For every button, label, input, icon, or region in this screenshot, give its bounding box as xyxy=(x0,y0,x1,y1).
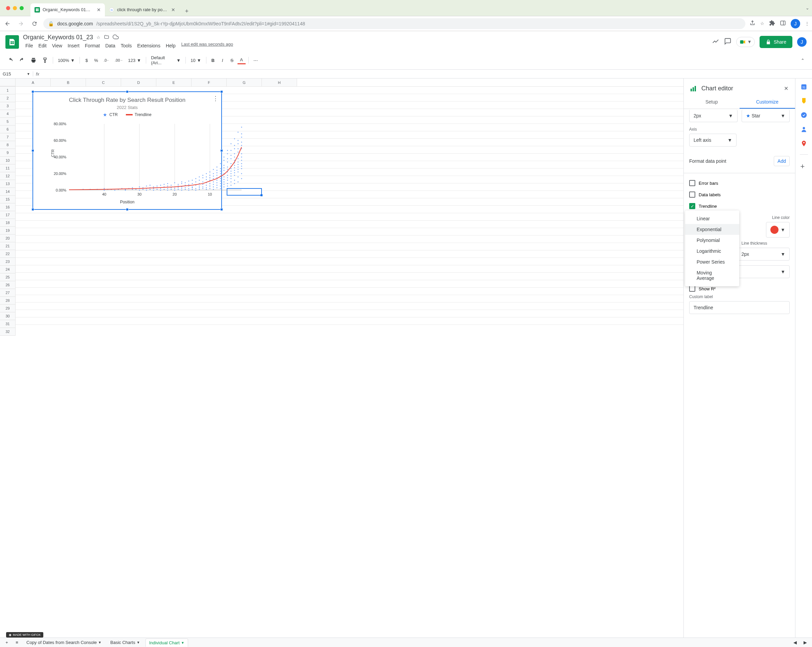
data-labels-checkbox[interactable] xyxy=(689,192,695,198)
currency-button[interactable]: $ xyxy=(82,56,91,64)
resize-handle[interactable] xyxy=(32,208,34,211)
number-format-select[interactable]: 123 ▼ xyxy=(126,56,143,64)
row-header[interactable]: 8 xyxy=(0,141,15,149)
strike-button[interactable]: S xyxy=(228,56,236,64)
back-button[interactable] xyxy=(3,19,12,28)
trendline-option-power-series[interactable]: Power Series xyxy=(685,256,739,267)
row-header[interactable]: 25 xyxy=(0,273,15,281)
resize-handle[interactable] xyxy=(220,90,223,93)
resize-handle[interactable] xyxy=(32,149,34,152)
profile-avatar[interactable]: J xyxy=(791,19,800,28)
chrome-menu-icon[interactable]: ⋮ xyxy=(805,21,809,26)
trendline-option-exponential[interactable]: Exponential xyxy=(685,224,739,235)
row-header[interactable]: 7 xyxy=(0,133,15,141)
sheets-logo-icon[interactable] xyxy=(5,35,19,49)
row-header[interactable]: 29 xyxy=(0,305,15,312)
tab-customize[interactable]: Customize xyxy=(740,96,795,108)
cell-fill-handle[interactable] xyxy=(261,194,263,196)
menu-extensions[interactable]: Extensions xyxy=(135,42,162,50)
row-header[interactable]: 32 xyxy=(0,328,15,336)
tab-setup[interactable]: Setup xyxy=(684,96,740,108)
last-edit-link[interactable]: Last edit was seconds ago xyxy=(182,42,233,50)
star-icon[interactable]: ☆ xyxy=(96,35,101,40)
forward-button[interactable] xyxy=(16,19,26,28)
decrease-decimal-button[interactable]: .0← xyxy=(102,56,111,64)
extensions-icon[interactable] xyxy=(769,20,775,27)
select-all-corner[interactable] xyxy=(0,78,15,86)
add-data-point-button[interactable]: Add xyxy=(774,156,790,166)
cells-area[interactable]: ⋮ Click Through Rate by Search Result Po… xyxy=(15,87,684,336)
row-header[interactable]: 18 xyxy=(0,219,15,227)
col-header[interactable]: F xyxy=(191,78,227,86)
resize-handle[interactable] xyxy=(126,90,128,93)
minimize-window-icon[interactable] xyxy=(13,6,17,10)
row-header[interactable]: 14 xyxy=(0,188,15,195)
row-header[interactable]: 28 xyxy=(0,297,15,305)
percent-button[interactable]: % xyxy=(92,56,100,64)
bold-button[interactable]: B xyxy=(209,56,217,64)
tab-sheets[interactable]: Organic_Keywords 01_23 - Go ✕ xyxy=(31,3,105,16)
print-button[interactable] xyxy=(28,56,38,64)
increase-decimal-button[interactable]: .00→ xyxy=(113,56,125,64)
maximize-window-icon[interactable] xyxy=(20,6,24,10)
col-header[interactable]: C xyxy=(86,78,121,86)
scroll-tabs-left[interactable]: ◀ xyxy=(791,639,799,647)
error-bars-checkbox[interactable] xyxy=(689,180,695,186)
trendline-option-polynomial[interactable]: Polynomial xyxy=(685,235,739,246)
text-color-button[interactable]: A xyxy=(238,56,246,64)
paint-format-button[interactable] xyxy=(40,56,50,64)
menu-format[interactable]: Format xyxy=(82,42,102,50)
menu-tools[interactable]: Tools xyxy=(118,42,134,50)
chart-menu-icon[interactable]: ⋮ xyxy=(212,95,218,102)
maps-icon[interactable] xyxy=(800,140,807,147)
row-header[interactable]: 2 xyxy=(0,95,15,102)
row-header[interactable]: 13 xyxy=(0,180,15,188)
line-thickness-select[interactable]: 2px▼ xyxy=(737,248,790,261)
row-header[interactable]: 22 xyxy=(0,250,15,258)
menu-data[interactable]: Data xyxy=(103,42,118,50)
row-header[interactable]: 31 xyxy=(0,320,15,328)
row-header[interactable]: 3 xyxy=(0,102,15,110)
row-header[interactable]: 10 xyxy=(0,157,15,165)
document-name[interactable]: Organic_Keywords 01_23 xyxy=(23,34,93,41)
move-icon[interactable] xyxy=(104,34,109,41)
contacts-icon[interactable] xyxy=(800,126,807,133)
sheet-tab-active[interactable]: Individual Chart ▼ xyxy=(145,639,188,647)
row-header[interactable]: 20 xyxy=(0,235,15,242)
all-sheets-button[interactable]: ≡ xyxy=(13,639,21,647)
show-r2-checkbox[interactable] xyxy=(689,285,695,292)
tab-close-icon[interactable]: ✕ xyxy=(97,7,101,12)
col-header[interactable]: E xyxy=(156,78,191,86)
add-addon-icon[interactable]: + xyxy=(800,162,807,169)
custom-label-input[interactable] xyxy=(689,301,790,314)
row-header[interactable]: 17 xyxy=(0,211,15,219)
row-header[interactable]: 23 xyxy=(0,258,15,266)
redo-button[interactable] xyxy=(17,56,27,64)
row-header[interactable]: 9 xyxy=(0,149,15,157)
resize-handle[interactable] xyxy=(32,90,34,93)
keep-icon[interactable] xyxy=(800,98,807,104)
header-history-icon[interactable] xyxy=(712,38,719,46)
trendline-checkbox[interactable]: ✓ xyxy=(689,203,695,209)
row-header[interactable]: 4 xyxy=(0,110,15,118)
tab-close-icon[interactable]: ✕ xyxy=(171,7,175,12)
axis-select[interactable]: Left axis▼ xyxy=(689,134,737,146)
menu-file[interactable]: File xyxy=(23,42,35,50)
sheet-tab[interactable]: Copy of Dates from Search Console ▼ xyxy=(23,639,105,646)
row-header[interactable]: 30 xyxy=(0,312,15,320)
sheet-tab[interactable]: Basic Charts ▼ xyxy=(107,639,143,646)
italic-button[interactable]: I xyxy=(218,56,227,64)
name-box[interactable]: G15▼ xyxy=(0,72,33,76)
resize-handle[interactable] xyxy=(126,208,128,211)
row-header[interactable]: 12 xyxy=(0,172,15,180)
add-sheet-button[interactable]: + xyxy=(3,639,11,647)
tab-google-search[interactable]: G click through rate by position ✕ xyxy=(105,3,179,16)
close-window-icon[interactable] xyxy=(6,6,10,10)
row-header[interactable]: 1 xyxy=(0,87,15,95)
row-header[interactable]: 24 xyxy=(0,266,15,273)
row-header[interactable]: 11 xyxy=(0,165,15,172)
embedded-chart[interactable]: ⋮ Click Through Rate by Search Result Po… xyxy=(32,92,222,210)
comments-icon[interactable] xyxy=(724,38,731,46)
trendline-option-linear[interactable]: Linear xyxy=(685,213,739,224)
new-tab-button[interactable]: + xyxy=(182,7,191,16)
